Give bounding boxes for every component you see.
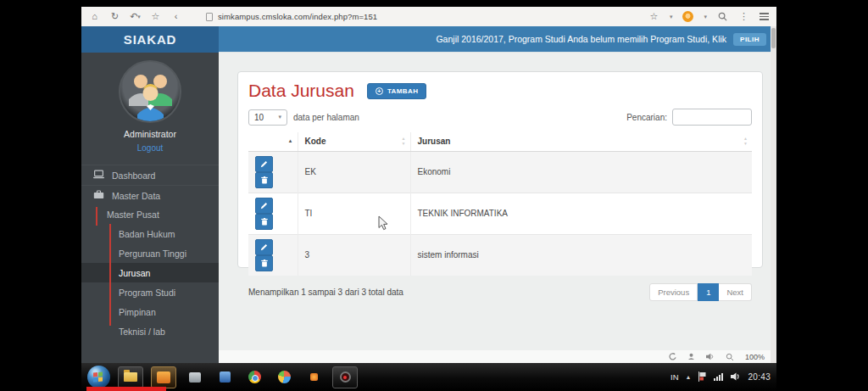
edit-button[interactable] bbox=[255, 198, 273, 214]
kode-cell: 3 bbox=[298, 234, 410, 276]
pilih-button[interactable]: PILIH bbox=[733, 33, 766, 46]
jurusan-cell: TEKNIK INFORMATIKA bbox=[410, 193, 752, 234]
sidebar-item-master-pusat[interactable]: Master Pusat bbox=[81, 205, 219, 224]
pan-tool-icon[interactable] bbox=[669, 353, 676, 360]
delete-button[interactable] bbox=[255, 255, 273, 271]
taskbar-recorder-button[interactable] bbox=[332, 366, 358, 388]
sidebar-item-teknisi-lab[interactable]: Teknisi / lab bbox=[81, 321, 219, 341]
sort-both-icon: ▲▼ bbox=[743, 137, 748, 146]
page-info-icon[interactable] bbox=[206, 13, 213, 21]
taskbar-chrome-button[interactable] bbox=[243, 366, 265, 388]
edit-button[interactable] bbox=[255, 156, 273, 172]
briefcase-icon bbox=[93, 190, 104, 201]
taskbar-explorer-button[interactable] bbox=[118, 366, 143, 388]
bookmark-star-icon[interactable]: ☆ bbox=[150, 11, 161, 23]
language-indicator[interactable]: IN bbox=[670, 372, 679, 382]
profile-avatar-icon[interactable] bbox=[682, 11, 693, 22]
profile-block: Administrator Logout bbox=[81, 53, 219, 154]
sidebar-item-program-studi[interactable]: Program Studi bbox=[81, 282, 219, 302]
windows-taskbar: IN ▲ 20:43 bbox=[81, 363, 776, 391]
address-bar[interactable]: simkampus.cmsloka.com/index.php?m=151 bbox=[206, 12, 639, 21]
back-chevron-icon[interactable]: ‹ bbox=[170, 11, 181, 23]
system-tray: IN ▲ 20:43 bbox=[670, 371, 771, 383]
volume-icon[interactable] bbox=[731, 372, 741, 383]
sidebar-menu: Dashboard Master Data Master Pusat Badan… bbox=[81, 165, 219, 341]
taskbar-app-orange-small-button[interactable] bbox=[303, 366, 325, 388]
semester-notice-text: Ganjil 2016/2017, Program Studi Anda bel… bbox=[436, 34, 726, 44]
kode-column-header[interactable]: Kode▲▼ bbox=[298, 132, 410, 151]
windows-logo-icon bbox=[93, 371, 103, 382]
actions-column-header[interactable]: ▲ bbox=[248, 132, 298, 151]
page-size-select[interactable]: 10 ▾ bbox=[248, 109, 287, 126]
start-button[interactable] bbox=[87, 366, 110, 388]
table-row: TI TEKNIK INFORMATIKA bbox=[248, 193, 752, 234]
sidebar: Administrator Logout Dashboard M bbox=[81, 53, 219, 363]
home-icon[interactable]: ⌂ bbox=[89, 11, 100, 23]
main-content: Data Jurusan + TAMBAH 10 ▾ data pe bbox=[219, 53, 776, 363]
app-header: SIAKAD Ganjil 2016/2017, Program Studi A… bbox=[81, 26, 776, 53]
jurusan-cell: sistem informasi bbox=[410, 234, 752, 276]
tambah-button[interactable]: + TAMBAH bbox=[367, 83, 426, 99]
gray-app-icon bbox=[189, 372, 201, 383]
zoom-icon[interactable] bbox=[726, 353, 734, 361]
app-brand[interactable]: SIAKAD bbox=[81, 26, 219, 53]
channel-watermark: Zukii Vixii bbox=[86, 387, 166, 391]
data-jurusan-card: Data Jurusan + TAMBAH 10 ▾ data pe bbox=[237, 71, 763, 268]
page-scrollbar[interactable] bbox=[771, 26, 776, 363]
history-back-icon[interactable]: ↶▾ bbox=[130, 11, 141, 23]
sidebar-item-pimpinan[interactable]: Pimpinan bbox=[81, 302, 219, 321]
show-hidden-icons-button[interactable]: ▲ bbox=[686, 374, 692, 380]
delete-button[interactable] bbox=[255, 172, 273, 188]
sort-both-icon: ▲▼ bbox=[402, 137, 406, 146]
taskbar-clock[interactable]: 20:43 bbox=[748, 372, 771, 382]
screen-recorder-icon bbox=[340, 371, 351, 383]
pagination: Previous 1 Next bbox=[649, 283, 752, 301]
pagination-next[interactable]: Next bbox=[719, 283, 752, 301]
delete-button[interactable] bbox=[255, 214, 273, 230]
plus-circle-icon: + bbox=[376, 87, 383, 95]
sidebar-item-label: Pimpinan bbox=[119, 307, 156, 317]
speaker-icon[interactable] bbox=[706, 353, 715, 360]
webcam-icon[interactable] bbox=[687, 353, 695, 360]
browser-icon bbox=[278, 371, 291, 383]
more-options-icon[interactable]: ⋮ bbox=[738, 11, 749, 23]
search-input[interactable] bbox=[672, 109, 752, 126]
action-center-flag-icon[interactable] bbox=[698, 371, 707, 383]
sidebar-item-perguruan-tinggi[interactable]: Perguruan Tinggi bbox=[81, 243, 219, 263]
sidebar-item-badan-hukum[interactable]: Badan Hukum bbox=[81, 224, 219, 243]
sidebar-item-dashboard[interactable]: Dashboard bbox=[81, 165, 219, 185]
taskbar-browser-button[interactable] bbox=[273, 366, 295, 388]
sidebar-item-jurusan[interactable]: Jurusan bbox=[81, 263, 219, 282]
sidebar-item-label: Badan Hukum bbox=[119, 229, 175, 239]
table-row: 3 sistem informasi bbox=[248, 234, 752, 276]
table-summary: Menampilkan 1 sampai 3 dari 3 total data bbox=[248, 288, 403, 297]
sidebar-item-label: Jurusan bbox=[119, 268, 150, 278]
active-app-icon bbox=[157, 371, 170, 383]
scrollbar-thumb[interactable] bbox=[771, 28, 776, 48]
profile-dropdown-icon[interactable]: ▾ bbox=[704, 14, 707, 20]
viewer-toolbar: 100% bbox=[219, 350, 776, 363]
table-header-row: ▲ Kode▲▼ Jurusan▲▼ bbox=[248, 132, 752, 151]
favorite-star-icon[interactable]: ☆ bbox=[648, 11, 659, 23]
pagination-previous[interactable]: Previous bbox=[649, 283, 698, 301]
video-frame: ⌂ ↻ ↶▾ ☆ ‹ simkampus.cmsloka.com/index.p… bbox=[0, 0, 868, 391]
jurusan-column-header[interactable]: Jurusan▲▼ bbox=[410, 132, 752, 151]
taskbar-app-gray-button[interactable] bbox=[184, 366, 206, 388]
search-icon[interactable] bbox=[717, 11, 728, 23]
sidebar-item-label: Perguruan Tinggi bbox=[119, 249, 186, 259]
semester-notice-bar: Ganjil 2016/2017, Program Studi Anda bel… bbox=[219, 26, 776, 53]
search-label: Pencarian: bbox=[626, 113, 667, 122]
pagination-page-1[interactable]: 1 bbox=[698, 283, 719, 301]
url-text[interactable]: simkampus.cmsloka.com/index.php?m=151 bbox=[218, 12, 377, 21]
taskbar-app-blue-button[interactable] bbox=[214, 366, 236, 388]
tambah-button-label: TAMBAH bbox=[387, 87, 418, 95]
edit-button[interactable] bbox=[255, 239, 273, 255]
network-icon[interactable] bbox=[714, 372, 724, 383]
star-dropdown-icon[interactable]: ▾ bbox=[670, 14, 673, 20]
refresh-icon[interactable]: ↻ bbox=[109, 11, 120, 23]
logout-link[interactable]: Logout bbox=[137, 143, 164, 153]
sidebar-item-master-data[interactable]: Master Data bbox=[81, 185, 219, 205]
taskbar-active-app-button[interactable] bbox=[151, 366, 176, 388]
menu-hamburger-icon[interactable] bbox=[760, 13, 769, 20]
browser-toolbar: ⌂ ↻ ↶▾ ☆ ‹ simkampus.cmsloka.com/index.p… bbox=[81, 7, 776, 26]
